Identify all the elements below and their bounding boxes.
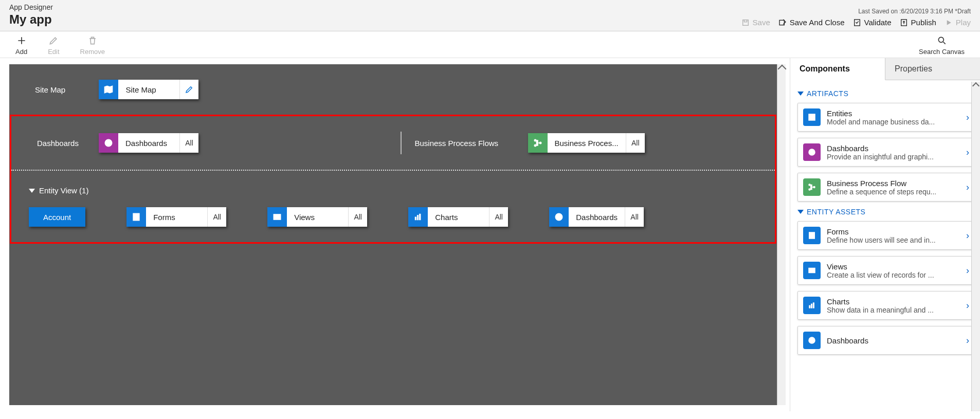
bpf-all-button[interactable]: All bbox=[626, 133, 645, 153]
entity-view-toggle[interactable]: Entity View (1) bbox=[29, 186, 765, 195]
grid-icon bbox=[267, 207, 287, 227]
dashboards-all-button[interactable]: All bbox=[180, 133, 198, 153]
svg-rect-12 bbox=[415, 217, 416, 220]
save-and-close-button[interactable]: Save And Close bbox=[778, 18, 845, 27]
entity-view-section: Entity View (1) Account Forms All Views bbox=[11, 170, 775, 242]
svg-point-9 bbox=[539, 142, 541, 143]
dashboards-label: Dashboards bbox=[37, 139, 99, 148]
components-panel: Components Properties ARTIFACTS Entities… bbox=[790, 58, 980, 411]
svg-rect-13 bbox=[418, 215, 419, 220]
plus-icon bbox=[16, 35, 27, 46]
save-close-icon bbox=[778, 19, 787, 27]
svg-point-22 bbox=[809, 189, 810, 190]
svg-rect-27 bbox=[811, 304, 812, 308]
card-dashboards-2[interactable]: Dashboards › bbox=[797, 326, 975, 355]
chevron-down-icon bbox=[797, 210, 804, 214]
bpf-tile[interactable]: Business Proces... All bbox=[528, 133, 645, 153]
gauge-icon bbox=[99, 133, 118, 153]
search-icon bbox=[937, 35, 947, 46]
dashboards-tile[interactable]: Dashboards All bbox=[99, 133, 198, 153]
pencil-icon bbox=[48, 35, 59, 46]
svg-rect-18 bbox=[809, 118, 811, 120]
card-dashboards[interactable]: DashboardsProvide an insightful and grap… bbox=[797, 138, 975, 167]
card-entities[interactable]: EntitiesModel and manage business da... … bbox=[797, 103, 975, 132]
flow-icon bbox=[803, 178, 821, 196]
forms-tile[interactable]: Forms All bbox=[126, 207, 226, 227]
sitemap-tile[interactable]: Site Map bbox=[99, 80, 198, 99]
gauge-icon bbox=[549, 207, 569, 227]
entity-dashboards-all-button[interactable]: All bbox=[625, 207, 644, 227]
sitemap-label: Site Map bbox=[35, 85, 97, 94]
chevron-right-icon: › bbox=[966, 182, 969, 193]
group-entity-assets-toggle[interactable]: ENTITY ASSETS bbox=[797, 208, 975, 216]
canvas-scrollbar[interactable] bbox=[777, 64, 786, 405]
sitemap-edit-button[interactable] bbox=[180, 80, 198, 99]
svg-rect-16 bbox=[809, 114, 811, 117]
tab-properties[interactable]: Properties bbox=[885, 58, 980, 80]
validate-button[interactable]: Validate bbox=[853, 18, 892, 27]
charts-all-button[interactable]: All bbox=[489, 207, 508, 227]
chevron-right-icon: › bbox=[966, 147, 969, 158]
entity-dashboards-tile[interactable]: Dashboards All bbox=[549, 207, 644, 227]
chevron-right-icon: › bbox=[966, 265, 969, 276]
svg-rect-1 bbox=[744, 20, 747, 22]
breadcrumb: App Designer bbox=[9, 3, 53, 11]
svg-rect-26 bbox=[809, 305, 810, 308]
card-bpf[interactable]: Business Process FlowDefine a sequence o… bbox=[797, 173, 975, 202]
chevron-right-icon: › bbox=[966, 300, 969, 311]
forms-tile-label: Forms bbox=[146, 207, 208, 227]
card-forms[interactable]: FormsDefine how users will see and in...… bbox=[797, 221, 975, 250]
svg-rect-19 bbox=[812, 118, 815, 120]
form-icon bbox=[803, 227, 821, 244]
forms-all-button[interactable]: All bbox=[208, 207, 226, 227]
chevron-right-icon: › bbox=[966, 112, 969, 123]
bpf-label: Business Process Flows bbox=[415, 139, 528, 148]
views-tile[interactable]: Views All bbox=[267, 207, 367, 227]
svg-rect-14 bbox=[420, 214, 421, 220]
entity-dashboards-tile-label: Dashboards bbox=[569, 207, 625, 227]
tab-components[interactable]: Components bbox=[790, 58, 885, 80]
entity-view-label: Entity View (1) bbox=[39, 186, 88, 195]
publish-button[interactable]: Publish bbox=[900, 18, 936, 27]
group-artifacts-toggle[interactable]: ARTIFACTS bbox=[797, 89, 975, 98]
svg-rect-17 bbox=[812, 114, 815, 117]
grid-icon bbox=[803, 262, 821, 279]
search-canvas-button[interactable]: Search Canvas bbox=[919, 35, 965, 56]
flow-icon bbox=[528, 133, 548, 153]
chevron-down-icon bbox=[29, 189, 35, 193]
edit-button: Edit bbox=[48, 35, 59, 56]
views-tile-label: Views bbox=[287, 207, 349, 227]
highlighted-area: Dashboards Dashboards All Business Proce… bbox=[10, 115, 776, 244]
entity-account-tile[interactable]: Account bbox=[29, 207, 85, 227]
play-button: Play bbox=[945, 18, 971, 27]
svg-point-7 bbox=[534, 139, 536, 141]
map-icon bbox=[99, 80, 118, 99]
validate-icon bbox=[853, 19, 861, 27]
chevron-right-icon: › bbox=[966, 230, 969, 241]
play-icon bbox=[945, 19, 953, 27]
last-saved-text: Last Saved on :6/20/2019 3:16 PM *Draft bbox=[741, 8, 971, 15]
remove-button: Remove bbox=[80, 35, 105, 56]
entity-icon bbox=[803, 108, 821, 126]
chart-icon bbox=[408, 207, 428, 227]
gauge-icon bbox=[803, 332, 821, 349]
save-button: Save bbox=[741, 18, 770, 27]
form-icon bbox=[126, 207, 146, 227]
charts-tile[interactable]: Charts All bbox=[408, 207, 508, 227]
sitemap-section: Site Map Site Map bbox=[9, 64, 777, 115]
charts-tile-label: Charts bbox=[428, 207, 489, 227]
toolbar: Add Edit Remove Search Canvas bbox=[0, 31, 980, 58]
page-title: My app bbox=[9, 12, 53, 27]
panel-scrollbar[interactable] bbox=[971, 82, 980, 411]
card-charts[interactable]: ChartsShow data in a meaningful and ... … bbox=[797, 291, 975, 320]
svg-point-21 bbox=[809, 184, 810, 186]
chevron-down-icon bbox=[797, 92, 804, 96]
design-canvas[interactable]: Site Map Site Map Dashboards Dash bbox=[9, 64, 777, 405]
chart-icon bbox=[803, 297, 821, 314]
views-all-button[interactable]: All bbox=[349, 207, 367, 227]
add-button[interactable]: Add bbox=[15, 35, 27, 56]
publish-icon bbox=[900, 19, 908, 27]
card-views[interactable]: ViewsCreate a list view of records for .… bbox=[797, 256, 975, 285]
svg-point-23 bbox=[813, 187, 815, 188]
bpf-tile-label: Business Proces... bbox=[548, 133, 626, 153]
